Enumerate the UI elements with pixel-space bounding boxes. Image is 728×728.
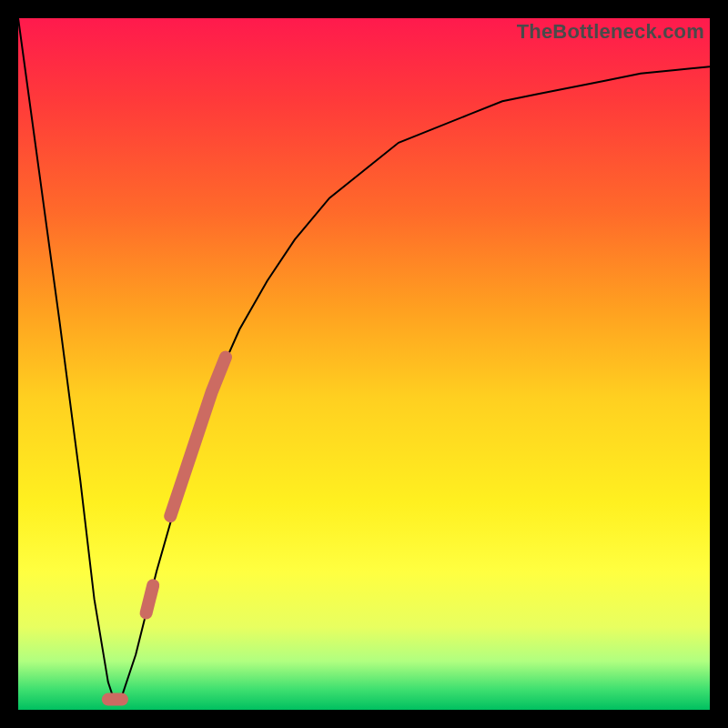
highlight-markers — [108, 357, 226, 699]
chart-svg — [18, 18, 710, 710]
highlight-segment — [170, 357, 226, 516]
chart-area: TheBottleneck.com — [18, 18, 710, 710]
bottleneck-curve — [18, 18, 710, 703]
highlight-dot-1 — [147, 585, 154, 612]
